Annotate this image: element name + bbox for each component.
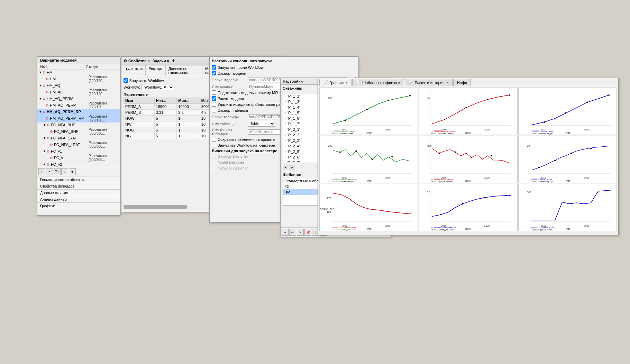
col-status-header: Статус xyxy=(86,65,117,69)
chart-cumulative-oil[interactable]: Объём Date 2016 2020 50 — FIELD:Накопл. … xyxy=(419,88,517,135)
chart-cumulative-liquid[interactable]: Объём Date 2016 2020 500 — FIELD:Накопл.… xyxy=(319,88,418,135)
tree-item-hmaqperm-group[interactable]: ▼ ⚙ HM_AQ_PERM xyxy=(37,96,120,101)
svg-text:— FIELD:Накопл. нефть: — FIELD:Накопл. нефть xyxy=(431,130,455,132)
expand-arrow[interactable]: ▼ xyxy=(43,123,46,127)
tree-toolbar: + × T↑ ✓ ▼ xyxy=(37,167,120,176)
launch-cluster-checkbox[interactable] xyxy=(212,143,216,147)
expand-arrow[interactable]: ▼ xyxy=(39,84,42,87)
tab-results[interactable]: тультатов xyxy=(123,65,146,76)
table-type-select[interactable]: Table xyxy=(248,121,275,127)
model-checkbox[interactable] xyxy=(212,160,216,164)
svg-text:• FIELD:Дебит нефти (: • FIELD:Дебит нефти ( xyxy=(431,180,454,183)
tab-graphs[interactable]: 📈 Графики × xyxy=(319,79,351,86)
chart-rate-oil[interactable]: Дебит Date 2016 2020 200 — FIELD:Дебит н… xyxy=(419,136,517,183)
edit-template-btn[interactable]: ✏ xyxy=(289,229,296,236)
section-graphs[interactable]: Графики xyxy=(37,202,120,209)
launch-after-label: Запустить после Workflow xyxy=(218,65,264,70)
pin-template-btn[interactable]: 📌 xyxy=(304,229,311,236)
run-workflow-label: Запустить Workflow xyxy=(129,79,164,83)
nav-next-btn[interactable]: ► xyxy=(290,165,295,170)
export-model-checkbox[interactable] xyxy=(212,71,216,75)
model-name-label: Имя модели: xyxy=(212,84,246,89)
chart-injectivity[interactable]: Дебит Date 2016 2020 100 — FIELD:Приёмис… xyxy=(518,184,617,231)
filter-button[interactable]: ▼ xyxy=(69,168,76,175)
tree-item-fcnfabhp-group[interactable]: ▼ ⚙ FC_NFA_BHP xyxy=(37,122,120,127)
nav-prev-btn[interactable]: ◄ xyxy=(283,165,288,170)
section-geometry[interactable]: Геометрические объекты xyxy=(37,176,120,183)
svg-text:— FIELD:Обводнённость: — FIELD:Обводнённость xyxy=(332,228,357,231)
tree-item-hm-group[interactable]: ▼ ⚙ HM xyxy=(37,70,120,75)
expand-arrow[interactable]: ▼ xyxy=(39,71,42,74)
add-tab-button[interactable]: + xyxy=(172,58,175,64)
tree-icon: ⚙ xyxy=(46,103,49,107)
svg-point-48 xyxy=(391,156,393,157)
calc-model-checkbox[interactable] xyxy=(212,96,216,101)
section-fluids[interactable]: Свойства флюидов xyxy=(37,183,120,189)
well-name: 'P_1_6' xyxy=(287,116,300,120)
add-button[interactable]: + xyxy=(38,168,45,175)
tree-item-fcnfabhp[interactable]: ⚙ FC_NFA_BHP Рассчитана (300/300... xyxy=(37,127,120,136)
chart-wcut[interactable]: доля Date 2016 2020 0.5 — FIELD:Обводнён… xyxy=(419,184,517,231)
tree-item-fcv1[interactable]: ⚙ FC_v1 Рассчитана (300/300... xyxy=(37,154,120,162)
chart-rate-water[interactable]: Дебит Date 2016 2020 20 — FIELD:Дебит во… xyxy=(518,136,617,183)
launch-cluster-label: Запустить Workflow на Кластере xyxy=(218,143,275,147)
tree-item-fcv2-group[interactable]: ▼ ⚙ FC_v2 xyxy=(37,162,120,167)
workflow-select[interactable]: Workflow1 ▼ xyxy=(141,84,174,90)
section-wells[interactable]: Данные скважин xyxy=(37,189,120,196)
prepare-mr-checkbox[interactable] xyxy=(212,90,216,95)
remove-button[interactable]: × xyxy=(46,168,53,175)
confirm-button[interactable]: ✓ xyxy=(61,168,68,175)
tree-item-hmaq-group[interactable]: ▼ ⚙ HM_AQ xyxy=(37,83,120,88)
export-table-checkbox[interactable] xyxy=(212,108,216,112)
tree-icon: ⚙ xyxy=(43,110,46,114)
delete-template-btn[interactable]: × xyxy=(297,229,304,236)
svg-text:200: 200 xyxy=(428,144,432,147)
svg-text:2020: 2020 xyxy=(584,176,589,179)
expand-arrow[interactable]: ▼ xyxy=(39,97,42,100)
add-template-btn[interactable]: + xyxy=(282,229,289,236)
svg-point-21 xyxy=(466,107,467,108)
tree-item-hm[interactable]: ⚙ HM Рассчитана (120/120... xyxy=(37,75,120,83)
tree-item-hmaqpermrp[interactable]: ⚙ HM_AQ_PERM_RP Рассчитана (120/120... xyxy=(37,114,120,122)
well-arrow-icon: ↑ xyxy=(284,155,286,159)
run-workflow-checkbox[interactable] xyxy=(124,78,128,83)
tab-calc[interactable]: 📈 Рассч. и историч. × xyxy=(405,79,453,86)
svg-point-58 xyxy=(439,153,440,154)
expand-arrow[interactable]: ▼ xyxy=(43,163,46,166)
tree-icon: ⚙ xyxy=(46,90,49,94)
geology-checkbox[interactable] xyxy=(212,154,216,158)
save-changes-checkbox[interactable] xyxy=(212,137,216,142)
launch-after-checkbox[interactable] xyxy=(212,65,216,70)
export-model-label: Экспорт модели xyxy=(218,71,246,75)
tab-welldata[interactable]: Данные по скважинам xyxy=(166,65,202,76)
tree-item-hmaqperm[interactable]: ⚙ HM_AQ_PERM Рассчитана (120/120... xyxy=(37,101,120,109)
tree-item-fcv1-group[interactable]: ▼ ⚙ FC_v1 xyxy=(37,149,120,154)
tree-item-fcnfalrat-group[interactable]: ▼ ⚙ FC_NFA_LRAT xyxy=(37,136,120,140)
svg-point-45 xyxy=(339,152,341,153)
tab-templates[interactable]: 📈 Шаблоны графиков × xyxy=(352,79,404,86)
expand-arrow[interactable]: ▼ xyxy=(39,110,42,113)
svg-point-60 xyxy=(471,157,472,158)
svg-point-22 xyxy=(487,99,489,100)
tree-item-hmaq[interactable]: ⚙ HM_AQ Рассчитана (120/120... xyxy=(37,88,120,96)
tree-item-hmaqpermrp-group[interactable]: ▼ ⚙ HM_AQ_PERM_RP xyxy=(37,109,120,114)
tab-restart[interactable]: Рестарт xyxy=(146,65,165,76)
well-name: 'P_1_1' xyxy=(287,94,300,98)
delete-files-checkbox[interactable] xyxy=(212,102,216,107)
chart-cumulative-water[interactable]: Объём Date 2016 2020 — FIELD:Накопл. вод… xyxy=(518,88,617,135)
chart-rate-liquid[interactable]: Дебит Date 2016 2020 200 — FIELD:Дебит ж… xyxy=(319,136,418,183)
scrollbar-thumb[interactable] xyxy=(124,205,187,209)
expand-arrow[interactable]: ▼ xyxy=(43,149,46,153)
network-checkbox[interactable] xyxy=(212,166,216,170)
chart-pressure[interactable]: Давление, бар Date 2016 2020 140 120 — F… xyxy=(319,184,418,231)
tab-info[interactable]: Инфс xyxy=(453,79,471,86)
tasks-tab-label[interactable]: Задачи × xyxy=(153,59,169,63)
section-analysis[interactable]: Анализ данных xyxy=(37,196,120,202)
well-arrow-icon: ↑ xyxy=(284,106,286,109)
rename-button[interactable]: T↑ xyxy=(54,168,61,175)
svg-text:— FIELD:Дебит нефти: — FIELD:Дебит нефти xyxy=(431,178,454,180)
tree-content[interactable]: ▼ ⚙ HM ⚙ HM Рассчитана (120/120... ▼ ⚙ H… xyxy=(37,70,120,167)
tree-item-fcnfalrat[interactable]: ⚙ FC_NFA_LRAT Рассчитана (300/300... xyxy=(37,140,120,149)
tree-icon: ⚙ xyxy=(43,84,46,88)
expand-arrow[interactable]: ▼ xyxy=(43,136,46,140)
